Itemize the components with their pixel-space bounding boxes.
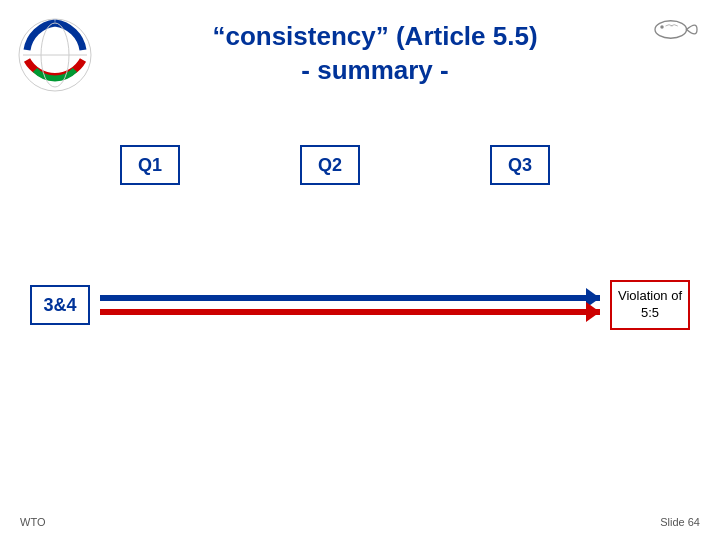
slide-title: “consistency” (Article 5.5) - summary - (120, 20, 630, 88)
violation-box: Violation of 5:5 (610, 280, 690, 330)
q2-box: Q2 (300, 145, 360, 185)
title-line2: - summary - (301, 55, 448, 85)
fish-icon (645, 12, 700, 47)
row-34: 3&4 Violation of 5:5 (30, 280, 690, 330)
wto-logo-icon (15, 15, 95, 95)
q1-box: Q1 (120, 145, 180, 185)
title-line1: “consistency” (Article 5.5) (212, 21, 537, 51)
footer: WTO Slide 64 (20, 516, 700, 528)
q-boxes-row: Q1 Q2 Q3 (120, 145, 690, 185)
slide: “consistency” (Article 5.5) - summary - … (0, 0, 720, 540)
blue-arrow (100, 295, 600, 301)
arrows-container (100, 295, 600, 315)
svg-point-4 (660, 25, 664, 29)
footer-wto-label: WTO (20, 516, 45, 528)
q3-box: Q3 (490, 145, 550, 185)
red-arrow (100, 309, 600, 315)
svg-point-3 (655, 21, 687, 39)
footer-slide-number: Slide 64 (660, 516, 700, 528)
box-34: 3&4 (30, 285, 90, 325)
wto-logo-area (15, 15, 105, 105)
